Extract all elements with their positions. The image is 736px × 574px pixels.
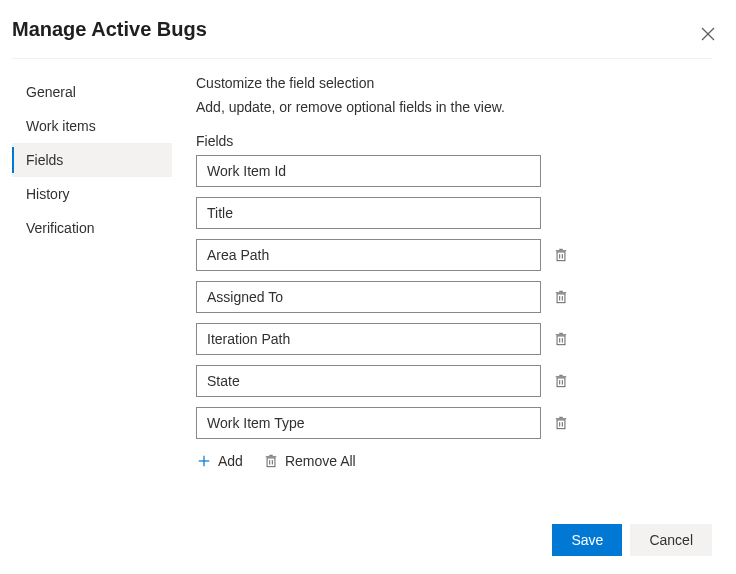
- field-name: State: [207, 373, 240, 389]
- dialog-body: GeneralWork itemsFieldsHistoryVerificati…: [12, 71, 712, 469]
- sidebar-item-label: Fields: [26, 152, 63, 168]
- settings-sidebar: GeneralWork itemsFieldsHistoryVerificati…: [12, 71, 172, 469]
- field-row: State: [196, 365, 712, 397]
- field-input[interactable]: Work Item Type: [196, 407, 541, 439]
- dialog-footer: Save Cancel: [552, 514, 712, 556]
- dialog-title: Manage Active Bugs: [12, 18, 207, 41]
- field-row: Iteration Path: [196, 323, 712, 355]
- save-button[interactable]: Save: [552, 524, 622, 556]
- field-actions: Add Remove All: [196, 453, 712, 469]
- trash-icon: [554, 416, 568, 430]
- field-name: Work Item Id: [207, 163, 286, 179]
- trash-icon: [554, 332, 568, 346]
- field-name: Area Path: [207, 247, 269, 263]
- sidebar-item-general[interactable]: General: [12, 75, 172, 109]
- field-input[interactable]: Work Item Id: [196, 155, 541, 187]
- field-name: Iteration Path: [207, 331, 290, 347]
- plus-icon: [196, 453, 212, 469]
- sidebar-item-verification[interactable]: Verification: [12, 211, 172, 245]
- delete-field-button[interactable]: [553, 415, 569, 431]
- field-input[interactable]: Area Path: [196, 239, 541, 271]
- close-button[interactable]: [698, 24, 718, 44]
- delete-field-button[interactable]: [553, 289, 569, 305]
- field-input[interactable]: State: [196, 365, 541, 397]
- manage-active-bugs-dialog: Manage Active Bugs GeneralWork itemsFiel…: [0, 0, 736, 574]
- field-row: Work Item Id: [196, 155, 712, 187]
- sidebar-item-fields[interactable]: Fields: [12, 143, 172, 177]
- field-name: Work Item Type: [207, 415, 305, 431]
- delete-field-button[interactable]: [553, 247, 569, 263]
- remove-all-button[interactable]: Remove All: [263, 453, 356, 469]
- field-input[interactable]: Iteration Path: [196, 323, 541, 355]
- delete-field-button[interactable]: [553, 373, 569, 389]
- add-field-label: Add: [218, 453, 243, 469]
- close-icon: [700, 26, 716, 42]
- field-name: Assigned To: [207, 289, 283, 305]
- trash-icon: [554, 374, 568, 388]
- sidebar-item-label: History: [26, 186, 70, 202]
- sidebar-item-label: General: [26, 84, 76, 100]
- sidebar-item-label: Verification: [26, 220, 94, 236]
- field-row: Title: [196, 197, 712, 229]
- dialog-header: Manage Active Bugs: [12, 18, 712, 59]
- trash-icon: [554, 290, 568, 304]
- field-row: Assigned To: [196, 281, 712, 313]
- remove-all-label: Remove All: [285, 453, 356, 469]
- add-field-button[interactable]: Add: [196, 453, 243, 469]
- field-row: Work Item Type: [196, 407, 712, 439]
- cancel-button[interactable]: Cancel: [630, 524, 712, 556]
- fields-label: Fields: [196, 133, 712, 149]
- sidebar-item-label: Work items: [26, 118, 96, 134]
- trash-icon: [263, 453, 279, 469]
- field-name: Title: [207, 205, 233, 221]
- field-input[interactable]: Title: [196, 197, 541, 229]
- sidebar-item-work-items[interactable]: Work items: [12, 109, 172, 143]
- fields-panel: Customize the field selection Add, updat…: [196, 71, 712, 469]
- field-row: Area Path: [196, 239, 712, 271]
- fields-list: Work Item IdTitleArea PathAssigned ToIte…: [196, 155, 712, 439]
- panel-heading: Customize the field selection: [196, 75, 712, 91]
- delete-field-button[interactable]: [553, 331, 569, 347]
- sidebar-item-history[interactable]: History: [12, 177, 172, 211]
- trash-icon: [554, 248, 568, 262]
- panel-description: Add, update, or remove optional fields i…: [196, 99, 712, 115]
- field-input[interactable]: Assigned To: [196, 281, 541, 313]
